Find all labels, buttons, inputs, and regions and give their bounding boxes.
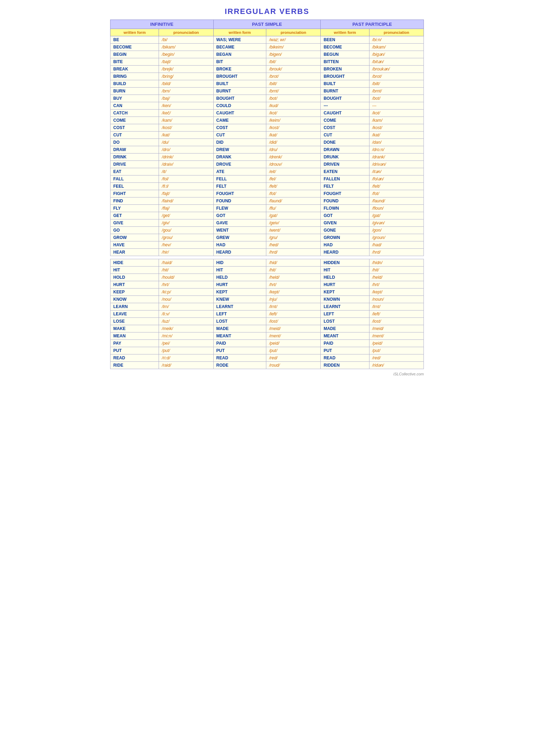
- cell-15-1: /dro/: [159, 146, 213, 154]
- table-row: FIND/faind/FOUND/faund/FOUND/faund/: [110, 197, 424, 205]
- cell-10-3: /kot/: [266, 110, 321, 117]
- cell-8-1: /baj/: [159, 95, 213, 102]
- cell-29-0: HEAR: [110, 249, 159, 256]
- cell-5-4: BROUGHT: [321, 73, 369, 80]
- cell-37-4: LEFT: [321, 310, 369, 318]
- cell-39-2: MADE: [213, 325, 266, 332]
- cell-12-0: COST: [110, 124, 159, 132]
- cell-43-0: READ: [110, 354, 159, 362]
- cell-18-5: /itən/: [369, 168, 424, 175]
- table-row: DRINK/drink/DRANK/drenk/DRUNK/drank/: [110, 154, 424, 161]
- table-row: HURT/hrt/HURT/hrt/HURT/hrt/: [110, 281, 424, 289]
- cell-3-5: /bitən/: [369, 58, 424, 66]
- cell-7-2: BURNT: [213, 88, 266, 95]
- cell-38-3: /lost/: [266, 318, 321, 325]
- table-row: HIDE/haid/HID/hid/HIDDEN/hidn/: [110, 259, 424, 267]
- table-row: CATCH/keč/CAUGHT/kot/CAUGHT/kot/: [110, 110, 424, 117]
- cell-43-4: READ: [321, 354, 369, 362]
- cell-6-5: /bilt/: [369, 80, 424, 88]
- cell-41-1: /pei/: [159, 340, 213, 347]
- column-header-row: written form pronunciation written form …: [110, 29, 424, 36]
- cell-19-5: /folən/: [369, 175, 424, 183]
- cell-9-2: COULD: [213, 102, 266, 110]
- cell-39-1: /meik/: [159, 325, 213, 332]
- cell-15-5: /droːn/: [369, 146, 424, 154]
- cell-23-4: FLOWN: [321, 205, 369, 212]
- cell-34-5: /kept/: [369, 289, 424, 296]
- cell-37-2: LEFT: [213, 310, 266, 318]
- cell-36-2: LEARNT: [213, 303, 266, 310]
- cell-17-4: DRIVEN: [321, 161, 369, 168]
- cell-19-3: /fel/: [266, 175, 321, 183]
- cell-0-2: WAS; WERE: [213, 36, 266, 44]
- cell-27-3: /gru/: [266, 234, 321, 241]
- cell-30-1: /haid/: [159, 259, 213, 267]
- table-row: BRING/bring/BROUGHT/brot/BROUGHT/brot/: [110, 73, 424, 80]
- cell-17-2: DROVE: [213, 161, 266, 168]
- cell-43-3: /red/: [266, 354, 321, 362]
- past-simple-header: PAST SIMPLE: [213, 20, 321, 29]
- cell-11-4: COME: [321, 117, 369, 124]
- cell-44-4: RIDDEN: [321, 362, 369, 369]
- cell-41-2: PAID: [213, 340, 266, 347]
- cell-16-5: /drank/: [369, 154, 424, 161]
- cell-36-0: LEARN: [110, 303, 159, 310]
- cell-21-5: /fot/: [369, 190, 424, 197]
- cell-40-1: /miːn/: [159, 332, 213, 340]
- cell-27-1: /grou/: [159, 234, 213, 241]
- table-row: KEEP/kiːp/KEPT/kept/KEPT/kept/: [110, 289, 424, 296]
- cell-33-1: /hrt/: [159, 281, 213, 289]
- cell-15-0: DRAW: [110, 146, 159, 154]
- cell-40-3: /ment/: [266, 332, 321, 340]
- cell-37-5: /left/: [369, 310, 424, 318]
- cell-43-1: /riːd/: [159, 354, 213, 362]
- table-row: HAVE/hev/HAD/hed/HAD/had/: [110, 241, 424, 249]
- table-row: KNOW/nou/KNEW/nju/KNOWN/noun/: [110, 296, 424, 303]
- cell-7-3: /brnt/: [266, 88, 321, 95]
- cell-11-1: /kam/: [159, 117, 213, 124]
- table-row: FEEL/fiːl/FELT/felt/FELT/felt/: [110, 183, 424, 190]
- cell-28-4: HAD: [321, 241, 369, 249]
- cell-42-5: /put/: [369, 347, 424, 354]
- cell-20-3: /felt/: [266, 183, 321, 190]
- cell-13-3: /kat/: [266, 132, 321, 139]
- cell-5-0: BRING: [110, 73, 159, 80]
- cell-33-2: HURT: [213, 281, 266, 289]
- cell-24-1: /get/: [159, 212, 213, 219]
- cell-44-2: RODE: [213, 362, 266, 369]
- cell-25-0: GIVE: [110, 219, 159, 227]
- cell-29-5: /hrd/: [369, 249, 424, 256]
- inf-written-header: written form: [110, 29, 159, 36]
- cell-38-4: LOST: [321, 318, 369, 325]
- table-row: LEAVE/liːv/LEFT/left/LEFT/left/: [110, 310, 424, 318]
- cell-40-2: MEANT: [213, 332, 266, 340]
- cell-25-5: /givən/: [369, 219, 424, 227]
- cell-8-0: BUY: [110, 95, 159, 102]
- cell-29-3: /hrd/: [266, 249, 321, 256]
- table-row: FLY/flaj/FLEW/flu/FLOWN/floun/: [110, 205, 424, 212]
- cell-26-3: /went/: [266, 227, 321, 234]
- table-row: DRAW/dro/DREW/dru/DRAWN/droːn/: [110, 146, 424, 154]
- cell-12-3: /kost/: [266, 124, 321, 132]
- table-row: HOLD/hould/HELD/held/HELD/held/: [110, 274, 424, 281]
- cell-6-3: /bilt/: [266, 80, 321, 88]
- cell-31-0: HIT: [110, 267, 159, 274]
- cell-16-4: DRUNK: [321, 154, 369, 161]
- cell-12-2: COST: [213, 124, 266, 132]
- cell-23-2: FLEW: [213, 205, 266, 212]
- cell-44-0: RIDE: [110, 362, 159, 369]
- cell-42-4: PUT: [321, 347, 369, 354]
- cell-36-4: LEARNT: [321, 303, 369, 310]
- cell-4-3: /brouk/: [266, 66, 321, 73]
- cell-14-5: /dan/: [369, 139, 424, 146]
- cell-20-0: FEEL: [110, 183, 159, 190]
- cell-9-0: CAN: [110, 102, 159, 110]
- cell-4-2: BROKE: [213, 66, 266, 73]
- table-row: BECOME/bikam/BECAME/bikeim/BECOME/bikam/: [110, 44, 424, 51]
- cell-20-4: FELT: [321, 183, 369, 190]
- cell-20-5: /felt/: [369, 183, 424, 190]
- cell-1-4: BECOME: [321, 44, 369, 51]
- section-gap: [110, 256, 424, 259]
- cell-27-4: GROWN: [321, 234, 369, 241]
- table-row: DO/du/DID/did/DONE/dan/: [110, 139, 424, 146]
